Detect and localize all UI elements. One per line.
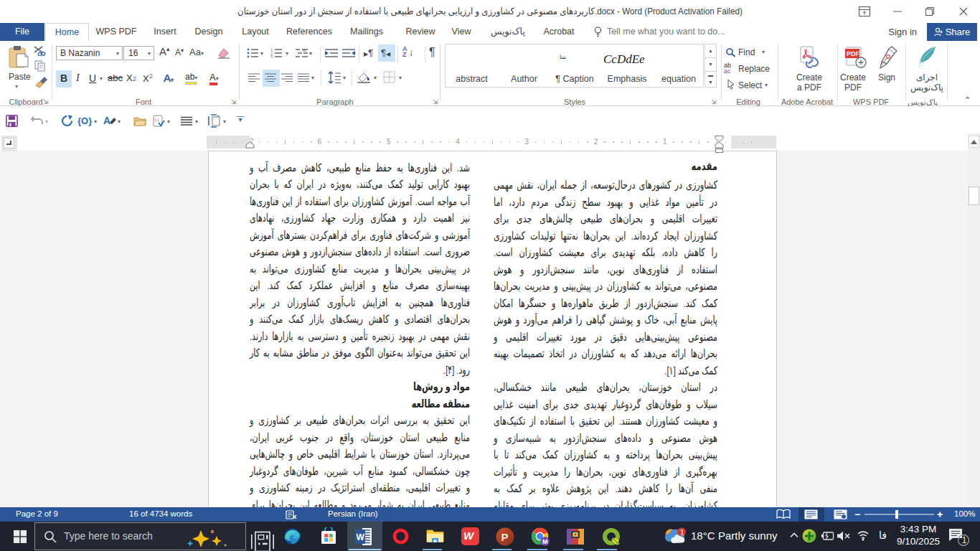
svg-text:PDF: PDF: [847, 50, 860, 57]
svg-text:3: 3: [270, 56, 273, 59]
svg-text:P: P: [501, 531, 509, 543]
svg-text:(-): (-): [155, 118, 159, 122]
svg-text:1: 1: [962, 535, 967, 545]
svg-text:a: a: [303, 48, 306, 52]
svg-text:W: W: [357, 532, 365, 542]
svg-text:M: M: [542, 538, 548, 545]
svg-text:1: 1: [680, 529, 684, 537]
